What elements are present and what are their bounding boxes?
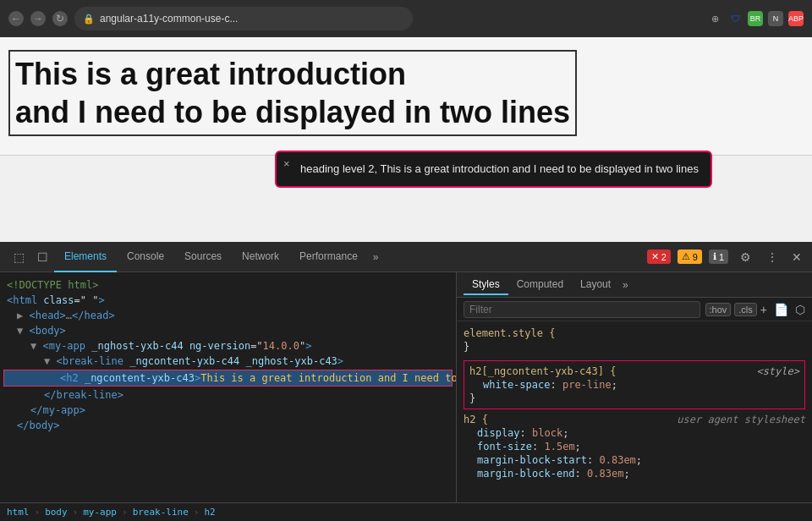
statusbar-html[interactable]: html: [7, 507, 30, 518]
new-rule-icon[interactable]: 📄: [774, 303, 788, 316]
tab-sources[interactable]: Sources: [174, 242, 232, 272]
dom-head[interactable]: ▶ <head>…</head>: [0, 308, 456, 323]
dom-body[interactable]: ▼ <body>: [0, 323, 456, 338]
styles-filter-buttons: :hov .cls + 📄 ⬡: [705, 303, 805, 316]
dom-html[interactable]: <html class=" ">: [0, 293, 456, 308]
url-text: angular-a11y-common-use-c...: [100, 13, 238, 25]
styles-content[interactable]: element.style { } h2[_ngcontent-yxb-c43]…: [457, 321, 812, 502]
tab-performance[interactable]: Performance: [289, 242, 368, 272]
styles-filter-bar: :hov .cls + 📄 ⬡: [457, 298, 812, 321]
dom-break-line[interactable]: ▼ <break-line _ngcontent-yxb-c44 _nghost…: [0, 354, 456, 369]
cls-button[interactable]: .cls: [734, 303, 757, 316]
tab-network[interactable]: Network: [232, 242, 289, 272]
styles-tabs: Styles Computed Layout »: [457, 272, 812, 298]
settings-gear-icon[interactable]: ⚙: [735, 250, 756, 264]
h2-user-agent-rule: h2 { user agent stylesheet display: bloc…: [464, 413, 805, 480]
more-tabs-icon[interactable]: »: [368, 251, 384, 263]
dom-body-close[interactable]: </body>: [0, 418, 456, 433]
abp-icon: ABP: [788, 11, 804, 26]
h2-ngcontent-rule: h2[_ngcontent-yxb-c43] { <style> white-s…: [464, 360, 805, 409]
browser-chrome: ← → ↻ 🔒 angular-a11y-common-use-c... ⊕ 🛡…: [0, 0, 812, 37]
back-button[interactable]: ←: [8, 11, 24, 26]
dom-my-app-close[interactable]: </my-app>: [0, 403, 456, 418]
refresh-button[interactable]: ↻: [52, 11, 68, 26]
dom-tree-panel[interactable]: <!DOCTYPE html> <html class=" "> ▶ <head…: [0, 272, 457, 502]
statusbar-my-app[interactable]: my-app: [83, 507, 117, 518]
add-style-icon[interactable]: +: [760, 303, 767, 316]
forward-button[interactable]: →: [30, 11, 46, 26]
br-icon: BR: [748, 11, 763, 26]
address-bar[interactable]: 🔒 angular-a11y-common-use-c...: [74, 7, 413, 30]
heading-line1: This is a great introduction: [15, 57, 406, 91]
dom-doctype: <!DOCTYPE html>: [0, 277, 456, 293]
page-heading: This is a great introduction and I need …: [8, 50, 577, 136]
dom-h2-selected[interactable]: <h2 _ngcontent-yxb-c43>This is a great i…: [3, 370, 453, 387]
browser-icons: ⊕ 🛡 BR N ABP: [707, 11, 804, 26]
statusbar-break-line[interactable]: break-line: [133, 507, 189, 518]
inspect-element-icon[interactable]: ⬚: [7, 245, 30, 269]
dom-my-app[interactable]: ▼ <my-app _nghost-yxb-c44 ng-version="14…: [0, 338, 456, 354]
tab-computed[interactable]: Computed: [508, 275, 572, 295]
extensions-icon: ⊕: [707, 11, 722, 26]
statusbar-body[interactable]: body: [45, 507, 68, 518]
hov-button[interactable]: :hov: [705, 303, 732, 316]
styles-panel: Styles Computed Layout » :hov .cls + 📄 ⬡: [457, 272, 812, 502]
accessibility-tooltip: × heading level 2, This is a great intro…: [275, 151, 712, 188]
close-devtools-icon[interactable]: ✕: [788, 250, 805, 264]
tab-console[interactable]: Console: [117, 242, 174, 272]
devtools-topbar: ⬚ ☐ Elements Console Sources Network Per…: [0, 242, 812, 272]
element-style-rule: element.style { }: [464, 326, 805, 354]
warning-badge[interactable]: ⚠ 9: [678, 250, 702, 264]
devtools-panel: ⬚ ☐ Elements Console Sources Network Per…: [0, 242, 812, 521]
tooltip-text: heading level 2, This is a great introdu…: [300, 162, 699, 175]
tab-elements[interactable]: Elements: [54, 242, 117, 272]
tab-styles[interactable]: Styles: [464, 275, 508, 295]
force-state-icon[interactable]: ⬡: [795, 303, 805, 316]
dom-break-line-close[interactable]: </break-line>: [0, 387, 456, 403]
heading-line2: and I need to be displayed in two lines: [15, 95, 570, 129]
error-badge[interactable]: ✕ 2: [647, 250, 671, 264]
lock-icon: 🔒: [83, 14, 95, 25]
statusbar-h2[interactable]: h2: [204, 507, 215, 518]
tab-layout[interactable]: Layout: [572, 275, 619, 295]
styles-more-tabs[interactable]: »: [623, 279, 628, 291]
styles-filter-input[interactable]: [464, 301, 700, 318]
devtools-badges: ✕ 2 ⚠ 9 ℹ 1 ⚙ ⋮ ✕: [647, 250, 805, 264]
tooltip-close-icon[interactable]: ×: [283, 157, 290, 170]
more-options-icon[interactable]: ⋮: [763, 250, 782, 264]
bitwarden-icon: 🛡: [727, 11, 743, 26]
devtools-main: <!DOCTYPE html> <html class=" "> ▶ <head…: [0, 272, 812, 502]
n-icon: N: [768, 11, 783, 26]
page-content: This is a great introduction and I need …: [0, 37, 812, 156]
info-badge[interactable]: ℹ 1: [709, 250, 728, 264]
device-toolbar-icon[interactable]: ☐: [30, 245, 54, 269]
devtools-statusbar: html › body › my-app › break-line › h2: [0, 502, 812, 521]
